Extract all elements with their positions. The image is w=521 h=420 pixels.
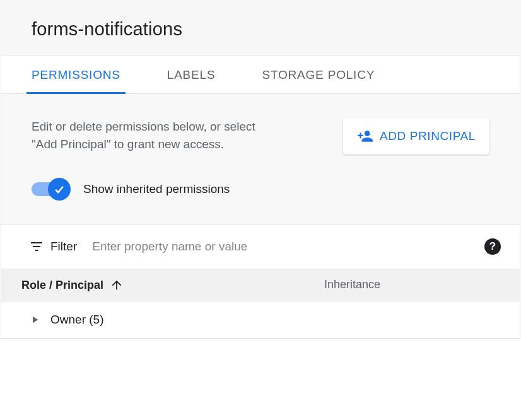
table-header: Role / Principal Inheritance bbox=[1, 269, 520, 301]
tab-bar: Permissions Labels Storage Policy bbox=[1, 55, 520, 94]
content-area: Edit or delete permissions below, or sel… bbox=[1, 94, 520, 225]
title-bar: forms-notifications bbox=[1, 1, 520, 55]
add-principal-label: Add Principal bbox=[380, 129, 476, 143]
show-inherited-toggle[interactable] bbox=[32, 182, 71, 196]
column-header-role[interactable]: Role / Principal bbox=[21, 278, 324, 292]
switch-thumb bbox=[48, 178, 71, 201]
sort-ascending-icon bbox=[110, 278, 124, 292]
filter-icon bbox=[29, 239, 44, 254]
column-header-inheritance[interactable]: Inheritance bbox=[324, 278, 380, 292]
help-icon[interactable]: ? bbox=[484, 238, 501, 255]
add-principal-button[interactable]: Add Principal bbox=[343, 118, 489, 155]
toggle-row: Show inherited permissions bbox=[32, 182, 489, 196]
add-person-icon bbox=[357, 128, 373, 144]
page-title: forms-notifications bbox=[32, 19, 489, 40]
filter-label: Filter bbox=[50, 240, 77, 254]
expand-icon[interactable] bbox=[29, 314, 40, 325]
table-row[interactable]: Owner (5) bbox=[1, 301, 520, 338]
tab-permissions[interactable]: Permissions bbox=[32, 55, 120, 93]
filter-input[interactable] bbox=[92, 240, 484, 254]
toggle-label: Show inherited permissions bbox=[83, 182, 230, 196]
tab-storage-policy[interactable]: Storage Policy bbox=[262, 55, 375, 93]
filter-row: Filter ? bbox=[1, 225, 520, 269]
description-row: Edit or delete permissions below, or sel… bbox=[32, 118, 489, 155]
description-text: Edit or delete permissions below, or sel… bbox=[32, 118, 271, 153]
column-role-label: Role / Principal bbox=[21, 279, 103, 292]
permissions-panel: forms-notifications Permissions Labels S… bbox=[1, 1, 520, 339]
check-icon bbox=[53, 183, 66, 195]
tab-labels[interactable]: Labels bbox=[167, 55, 216, 93]
row-label: Owner (5) bbox=[50, 313, 103, 327]
help-question-mark: ? bbox=[489, 240, 496, 253]
